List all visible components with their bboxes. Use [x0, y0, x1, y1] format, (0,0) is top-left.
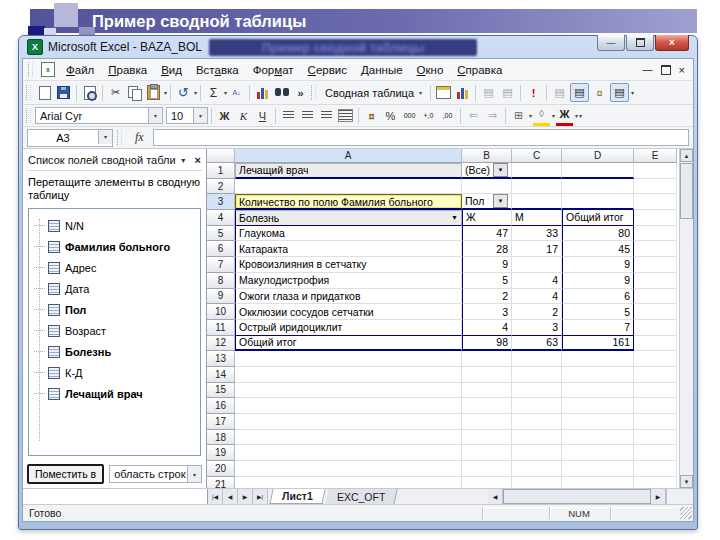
row-header-14[interactable]: 14 [207, 367, 235, 383]
cell-D15[interactable] [562, 383, 634, 399]
cell-B12[interactable]: 98 [462, 336, 512, 352]
menu-item-0[interactable]: Файл [59, 62, 101, 78]
row-header-13[interactable]: 13 [207, 351, 235, 367]
undo-icon[interactable]: ↺ [175, 84, 192, 101]
field-list-icon[interactable]: ▤ [610, 83, 629, 102]
cell-B14[interactable] [462, 367, 512, 383]
row-header-17[interactable]: 17 [207, 414, 235, 430]
cell-D5[interactable]: 80 [562, 226, 634, 242]
cell-B20[interactable] [462, 461, 512, 477]
name-box-dropdown-icon[interactable]: ▾ [98, 130, 112, 144]
cell-E5[interactable] [634, 226, 677, 242]
cell-C11[interactable]: 3 [512, 320, 562, 336]
cell-D18[interactable] [562, 430, 634, 446]
cell-C7[interactable] [512, 257, 562, 273]
field-item[interactable]: Возраст [29, 320, 200, 341]
paste-dropdown-icon[interactable]: ▾ [164, 89, 167, 96]
cell-dropdown-icon[interactable]: ▼ [493, 163, 508, 177]
cell-B6[interactable]: 28 [462, 241, 512, 257]
cell-B16[interactable] [462, 398, 512, 414]
row-header-6[interactable]: 6 [207, 241, 235, 257]
row-header-5[interactable]: 5 [207, 226, 235, 242]
cell-A11[interactable]: Острый иридоциклит [235, 320, 462, 336]
cell-C9[interactable]: 4 [512, 289, 562, 305]
cell-C20[interactable] [512, 461, 562, 477]
tab-first-icon[interactable]: |◀ [208, 489, 223, 504]
cell-A10[interactable]: Окклюзии сосудов сетчатки [235, 304, 462, 320]
cell-B17[interactable] [462, 414, 512, 430]
cell-C18[interactable] [512, 430, 562, 446]
row-header-11[interactable]: 11 [207, 320, 235, 336]
underline-icon[interactable]: Ч [254, 107, 271, 124]
row-header-19[interactable]: 19 [207, 445, 235, 461]
cell-E7[interactable] [634, 257, 677, 273]
cell-E16[interactable] [634, 398, 677, 414]
cell-A19[interactable] [235, 445, 462, 461]
cell-A1[interactable]: Лечащий врач [235, 163, 462, 179]
cell-B21[interactable] [462, 477, 512, 488]
col-header-D[interactable]: D [562, 149, 634, 163]
cell-D6[interactable]: 45 [562, 241, 634, 257]
cell-A9[interactable]: Ожоги глаза и придатков [235, 289, 462, 305]
cell-E2[interactable] [634, 179, 677, 195]
cell-E3[interactable] [634, 194, 677, 210]
cell-B11[interactable]: 4 [462, 320, 512, 336]
row-header-1[interactable]: 1 [207, 163, 235, 179]
formatting-more-icon[interactable]: ▾ [579, 112, 582, 119]
row-header-8[interactable]: 8 [207, 273, 235, 289]
cell-D2[interactable] [562, 179, 634, 195]
cell-A16[interactable] [235, 398, 462, 414]
cell-B10[interactable]: 3 [462, 304, 512, 320]
field-dropdown-icon[interactable]: ▼ [451, 214, 458, 221]
getpivotdata-icon[interactable]: ¤ [591, 84, 608, 101]
pivot-table-menu[interactable]: Сводная таблица ▾ [320, 87, 427, 99]
cell-D12[interactable]: 161 [562, 336, 634, 352]
doc-minimize-icon[interactable]: — [643, 64, 653, 75]
cell-A14[interactable] [235, 367, 462, 383]
cell-B2[interactable] [462, 179, 512, 195]
field-settings-icon[interactable]: ▤ [570, 83, 589, 102]
window-titlebar[interactable]: X Microsoft Excel - BAZA_BOL Пример свод… [19, 36, 697, 58]
autosum-dropdown-icon[interactable]: ▾ [224, 89, 227, 96]
cell-B18[interactable] [462, 430, 512, 446]
field-item[interactable]: Фамилия больного [29, 236, 200, 257]
align-center-icon[interactable] [299, 107, 316, 124]
menu-item-4[interactable]: Формат [246, 62, 301, 78]
scroll-up-icon[interactable]: ▲ [680, 149, 693, 162]
toolbar-grip[interactable] [26, 85, 31, 100]
cell-E8[interactable] [634, 273, 677, 289]
task-pane-dropdown-icon[interactable]: ▼ [180, 157, 187, 164]
pivot-toolbar-more-icon[interactable]: ▾ [631, 89, 634, 96]
cell-A13[interactable] [235, 351, 462, 367]
task-pane-close-icon[interactable]: × [195, 154, 201, 166]
print-preview-icon[interactable] [81, 84, 98, 101]
paste-icon[interactable] [145, 84, 162, 101]
cell-B8[interactable]: 5 [462, 273, 512, 289]
vertical-scroll-thumb[interactable] [680, 163, 693, 219]
row-header-20[interactable]: 20 [207, 461, 235, 477]
cell-B15[interactable] [462, 383, 512, 399]
cell-B5[interactable]: 47 [462, 226, 512, 242]
currency-style-icon[interactable]: ¤ [363, 107, 380, 124]
cell-D7[interactable]: 9 [562, 257, 634, 273]
cell-D11[interactable]: 7 [562, 320, 634, 336]
col-header-E[interactable]: E [634, 149, 677, 163]
col-header-B[interactable]: B [462, 149, 512, 163]
scroll-down-icon[interactable]: ▼ [680, 475, 693, 488]
cell-A4[interactable]: Болезнь▼ [235, 210, 462, 226]
field-item[interactable]: Дата [29, 278, 200, 299]
cell-C12[interactable]: 63 [512, 336, 562, 352]
field-item[interactable]: Адрес [29, 257, 200, 278]
cell-E9[interactable] [634, 289, 677, 305]
restore-button[interactable] [626, 35, 654, 51]
include-hidden-icon[interactable]: ▤ [551, 84, 568, 101]
fill-color-dropdown-icon[interactable]: ▾ [552, 112, 555, 119]
cell-C2[interactable] [512, 179, 562, 195]
field-item[interactable]: Пол [29, 299, 200, 320]
area-combo-dropdown-icon[interactable]: ▾ [187, 466, 201, 482]
row-header-21[interactable]: 21 [207, 477, 235, 488]
row-header-3[interactable]: 3 [207, 194, 235, 210]
cell-C1[interactable] [512, 163, 562, 179]
autosum-icon[interactable]: Σ [205, 84, 222, 101]
undo-dropdown-icon[interactable]: ▾ [194, 89, 197, 96]
